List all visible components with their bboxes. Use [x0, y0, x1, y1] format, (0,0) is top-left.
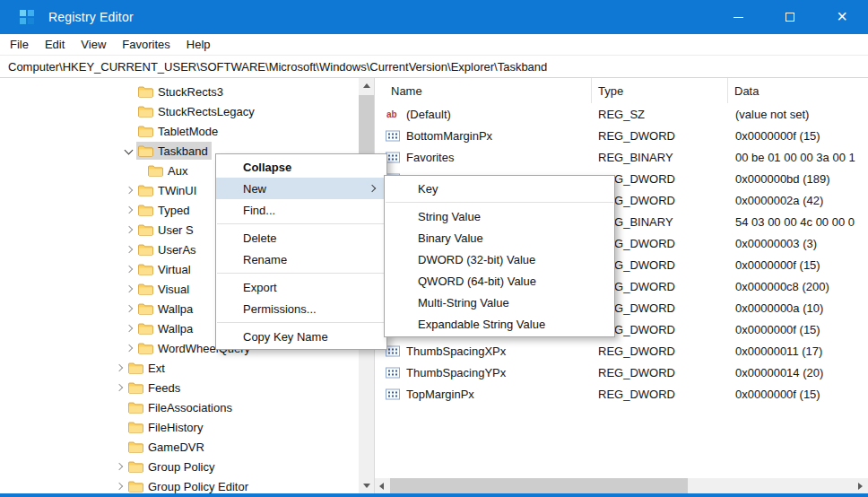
chevron-collapsed-icon[interactable]	[112, 459, 126, 474]
submenu-item-key[interactable]: Key	[385, 178, 614, 199]
tree-item-label: GameDVR	[148, 440, 204, 454]
chevron-spacer	[112, 420, 126, 434]
submenu-item-qword-64-bit-value[interactable]: QWORD (64-bit) Value	[385, 270, 614, 292]
list-row-thumbspacingypx[interactable]: ThumbSpacingYPxREG_DWORD0x00000014 (20)	[375, 362, 868, 383]
maximize-button[interactable]	[764, 0, 816, 34]
window-controls: ×	[712, 0, 868, 34]
context-menu-item-collapse[interactable]: Collapse	[216, 156, 386, 178]
value-type: REG_DWORD	[592, 129, 728, 143]
value-name-cell: TopMarginPx	[375, 388, 592, 401]
tree-item-tabletmode[interactable]: TabletMode	[0, 121, 359, 141]
tree-item-label: Visual	[158, 283, 189, 296]
tree-item-filehistory[interactable]: FileHistory	[0, 417, 359, 437]
tree-item-stuckrectslegacy[interactable]: StuckRectsLegacy	[0, 101, 359, 121]
tree-item-label: Aux	[168, 164, 187, 178]
tree-item-content: TabletMode	[136, 122, 221, 140]
chevron-collapsed-icon[interactable]	[122, 183, 136, 197]
folder-icon	[138, 126, 153, 137]
tree-item-label: Typed	[158, 204, 189, 217]
chevron-collapsed-icon[interactable]	[112, 380, 126, 395]
context-menu-item-copy-key-name[interactable]: Copy Key Name	[216, 326, 386, 347]
context-menu-item-permissions[interactable]: Permissions...	[216, 298, 386, 319]
value-data: 0x0000000a (10)	[728, 301, 868, 315]
tree-item-group-policy[interactable]: Group Policy	[0, 457, 359, 476]
close-icon: ×	[837, 7, 847, 25]
value-name-cell: ThumbSpacingYPx	[375, 366, 592, 379]
chevron-collapsed-icon[interactable]	[122, 341, 136, 355]
value-data: 0x00000014 (20)	[728, 366, 868, 379]
address-path: Computer\HKEY_CURRENT_USER\SOFTWARE\Micr…	[8, 60, 547, 74]
binary-value-icon	[386, 388, 400, 400]
chevron-spacer	[112, 440, 126, 454]
scroll-down-button[interactable]	[359, 478, 374, 493]
column-header-type[interactable]: Type	[592, 78, 728, 103]
submenu-item-dword-32-bit-value[interactable]: DWORD (32-bit) Value	[385, 248, 614, 270]
chevron-collapsed-icon[interactable]	[122, 282, 136, 296]
context-menu-item-delete[interactable]: Delete	[216, 227, 386, 248]
tree-item-ext[interactable]: Ext	[0, 358, 359, 378]
context-menu-item-new[interactable]: New	[216, 178, 386, 199]
submenu-arrow-icon	[369, 185, 376, 192]
tree-item-label: TWinUI	[158, 184, 196, 197]
menubar-item-file[interactable]: File	[2, 34, 37, 55]
submenu-item-label: Key	[418, 182, 438, 196]
list-row-bottommarginpx[interactable]: BottomMarginPxREG_DWORD0x0000000f (15)	[375, 125, 868, 146]
menubar-item-edit[interactable]: Edit	[37, 34, 73, 55]
chevron-collapsed-icon[interactable]	[122, 262, 136, 276]
scroll-right-button[interactable]	[853, 478, 868, 493]
tree-item-stuckrects3[interactable]: StuckRects3	[0, 82, 359, 101]
folder-icon	[138, 106, 153, 118]
list-row-topmarginpx[interactable]: TopMarginPxREG_DWORD0x0000000f (15)	[375, 383, 868, 405]
menubar-item-help[interactable]: Help	[178, 34, 219, 55]
list-row-favorites[interactable]: FavoritesREG_BINARY00 be 01 00 00 3a 00 …	[375, 146, 868, 168]
context-menu-item-find[interactable]: Find...	[216, 199, 386, 221]
list-horizontal-scrollbar[interactable]	[375, 478, 868, 493]
column-header-data[interactable]: Data	[728, 78, 868, 103]
value-name-cell: ab(Default)	[375, 108, 592, 121]
chevron-collapsed-icon[interactable]	[112, 361, 126, 375]
chevron-collapsed-icon[interactable]	[112, 479, 126, 493]
value-data: 0x000000c8 (200)	[728, 280, 868, 293]
submenu-item-string-value[interactable]: String Value	[385, 205, 614, 227]
menubar-item-favorites[interactable]: Favorites	[114, 34, 178, 55]
menu-separator	[217, 273, 386, 274]
folder-icon	[138, 323, 153, 335]
close-button[interactable]: ×	[816, 0, 868, 34]
tree-item-content: Visual	[136, 280, 193, 298]
submenu-item-multi-string-value[interactable]: Multi-String Value	[385, 292, 614, 313]
window-title: Registry Editor	[48, 10, 134, 24]
context-menu-item-rename[interactable]: Rename	[216, 248, 386, 270]
scroll-left-button[interactable]	[375, 478, 390, 493]
chevron-collapsed-icon[interactable]	[122, 242, 136, 257]
tree-item-label: Wallpa	[158, 302, 193, 316]
tree-item-feeds[interactable]: Feeds	[0, 378, 359, 397]
binary-value-icon	[386, 367, 400, 379]
tree-item-fileassociations[interactable]: FileAssociations	[0, 397, 359, 417]
chevron-expanded-icon[interactable]	[122, 144, 136, 158]
tree-item-content: Feeds	[126, 379, 184, 397]
column-header-name[interactable]: Name	[375, 78, 592, 103]
minimize-button[interactable]	[712, 0, 764, 34]
menubar-item-view[interactable]: View	[73, 34, 114, 55]
tree-item-group-policy-editor[interactable]: Group Policy Editor	[0, 476, 359, 493]
chevron-collapsed-icon[interactable]	[122, 203, 136, 217]
chevron-collapsed-icon[interactable]	[122, 321, 136, 336]
value-data: 0x0000000f (15)	[728, 388, 868, 401]
minimize-icon	[733, 17, 743, 18]
address-bar[interactable]: Computer\HKEY_CURRENT_USER\SOFTWARE\Micr…	[0, 56, 868, 78]
folder-icon	[138, 205, 153, 216]
submenu-item-expandable-string-value[interactable]: Expandable String Value	[385, 313, 614, 335]
horizontal-scrollbar-thumb[interactable]	[390, 478, 688, 493]
scroll-up-button[interactable]	[359, 78, 374, 93]
title-bar[interactable]: Registry Editor ×	[0, 0, 868, 34]
chevron-collapsed-icon[interactable]	[122, 222, 136, 237]
submenu-item-binary-value[interactable]: Binary Value	[385, 227, 614, 248]
submenu-item-label: QWORD (64-bit) Value	[418, 275, 536, 288]
list-row-default[interactable]: ab(Default)REG_SZ(value not set)	[375, 103, 868, 125]
chevron-collapsed-icon[interactable]	[122, 301, 136, 316]
list-row-thumbspacingxpx[interactable]: ThumbSpacingXPxREG_DWORD0x00000011 (17)	[375, 340, 868, 362]
context-menu-item-export[interactable]: Export	[216, 276, 386, 298]
menu-separator	[217, 322, 386, 323]
tree-item-gamedvr[interactable]: GameDVR	[0, 437, 359, 457]
tree-item-content: Virtual	[136, 260, 195, 278]
